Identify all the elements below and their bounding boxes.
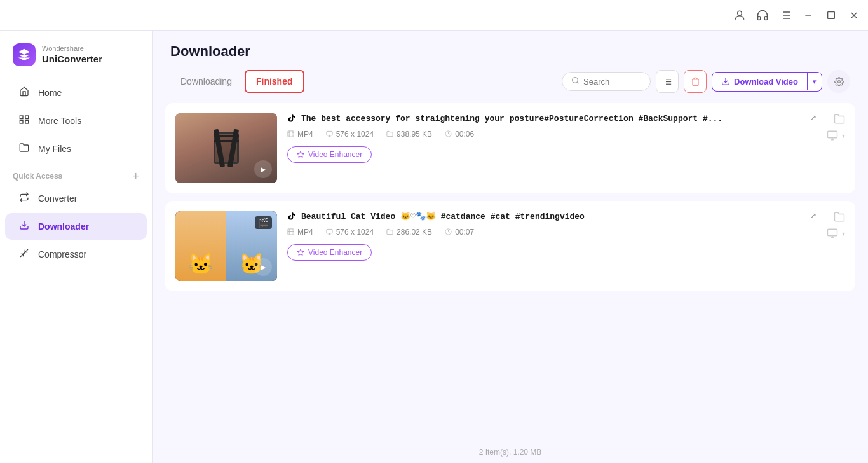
meta-duration-2: 00:07: [445, 228, 474, 237]
svg-rect-41: [828, 131, 837, 138]
video-thumbnail-2: 🐱 🐱 🎬 ▶: [175, 211, 277, 281]
meta-resolution-2: 576 x 1024: [326, 228, 374, 237]
list-icon[interactable]: [779, 9, 792, 22]
sidebar-item-compressor[interactable]: Compressor: [5, 241, 147, 268]
open-folder-button-1[interactable]: [834, 113, 845, 125]
play-icon-1[interactable]: ▶: [254, 160, 272, 178]
page-title: Downloader: [170, 43, 850, 60]
search-box[interactable]: [562, 72, 651, 91]
tab-downloading[interactable]: Downloading: [170, 71, 242, 92]
title-bar: [0, 0, 868, 31]
main-content: Downloader Downloading Finished: [153, 31, 868, 463]
download-video-button[interactable]: Download Video ▾: [712, 72, 822, 92]
svg-point-27: [837, 80, 840, 83]
headset-icon[interactable]: [756, 9, 769, 22]
settings-button[interactable]: [827, 70, 850, 93]
sidebar-item-downloader[interactable]: Downloader: [5, 213, 147, 240]
resolution-value-1: 576 x 1024: [336, 130, 374, 139]
status-text: 2 Item(s), 1.20 MB: [479, 448, 542, 457]
svg-rect-36: [327, 131, 332, 135]
svg-rect-13: [20, 120, 23, 123]
card-actions-2: ▾: [827, 211, 845, 239]
resolution-value-2: 576 x 1024: [336, 228, 374, 237]
resolution-icon-2: [326, 228, 333, 237]
format-value-2: MP4: [297, 228, 313, 237]
sidebar-item-more-tools[interactable]: More Tools: [5, 107, 147, 134]
resolution-icon-1: [326, 130, 333, 139]
clock-icon-2: [445, 228, 452, 237]
sidebar-item-converter[interactable]: Converter: [5, 185, 147, 212]
quick-access-header: Quick Access +: [0, 165, 152, 184]
svg-point-0: [738, 11, 742, 15]
meta-size-2: 286.02 KB: [386, 228, 432, 237]
size-value-1: 938.95 KB: [397, 130, 432, 139]
account-icon[interactable]: [733, 9, 746, 22]
sidebar-item-home-label: Home: [38, 88, 62, 98]
brand-name: Wondershare: [42, 45, 102, 53]
quick-access-label: Quick Access: [13, 172, 62, 181]
more-actions-button-2[interactable]: ▾: [827, 228, 845, 239]
maximize-button[interactable]: [825, 9, 837, 22]
sidebar-item-more-tools-label: More Tools: [38, 116, 81, 126]
download-video-dropdown[interactable]: ▾: [807, 73, 822, 90]
video-enhancer-button-1[interactable]: Video Enhancer: [287, 146, 372, 163]
play-icon-2[interactable]: ▶: [254, 258, 272, 276]
downloader-icon: [18, 220, 31, 233]
video-list: ▶ The best accessory for straightening y…: [153, 103, 868, 441]
minimize-button[interactable]: [802, 9, 815, 22]
download-video-label: Download Video: [734, 77, 798, 86]
svg-rect-11: [20, 116, 23, 119]
quick-access-add-button[interactable]: +: [132, 170, 139, 182]
video-info-1: The best accessory for straightening you…: [287, 113, 817, 163]
size-value-2: 286.02 KB: [397, 228, 432, 237]
video-title-1: The best accessory for straightening you…: [301, 113, 805, 125]
external-link-1[interactable]: ↗: [810, 113, 817, 122]
sidebar-item-my-files[interactable]: My Files: [5, 135, 147, 162]
video-card-1: ▶ The best accessory for straightening y…: [165, 103, 855, 193]
tab-finished[interactable]: Finished: [245, 70, 304, 93]
svg-rect-12: [25, 116, 29, 119]
video-title-2: Beautiful Cat Video 🐱♡🐾🐱 #catdance #cat …: [301, 211, 805, 223]
search-icon: [571, 76, 580, 86]
sidebar-item-converter-label: Converter: [38, 193, 77, 204]
more-actions-button-1[interactable]: ▾: [827, 130, 845, 141]
folder-icon-1: [386, 130, 393, 139]
list-view-button[interactable]: [656, 70, 679, 93]
format-value-1: MP4: [297, 130, 313, 139]
meta-format-1: MP4: [287, 130, 313, 139]
folder-icon-2: [386, 228, 393, 237]
film-icon-2: [287, 228, 294, 237]
delete-button[interactable]: [684, 70, 707, 93]
clock-icon-1: [445, 130, 452, 139]
sidebar-item-home[interactable]: Home: [5, 79, 147, 106]
svg-rect-8: [828, 11, 835, 18]
app-name: UniConverter: [42, 53, 102, 65]
video-enhancer-button-2[interactable]: Video Enhancer: [287, 244, 372, 261]
svg-line-17: [20, 252, 25, 257]
logo-area: Wondershare UniConverter: [0, 38, 152, 79]
close-button[interactable]: [848, 9, 860, 22]
svg-marker-52: [297, 249, 304, 256]
search-input[interactable]: [583, 77, 634, 86]
page-header: Downloader: [153, 31, 868, 70]
more-tools-icon: [18, 114, 31, 127]
tab-bar: Downloading Finished: [153, 70, 868, 93]
video-card-2: 🐱 🐱 🎬 ▶ Beautiful Cat Video 🐱: [165, 201, 855, 291]
svg-line-19: [577, 82, 578, 83]
my-files-icon: [18, 142, 31, 155]
open-folder-button-2[interactable]: [834, 211, 845, 223]
home-icon: [18, 86, 31, 99]
window-controls: [733, 9, 860, 22]
external-link-2[interactable]: ↗: [810, 211, 817, 220]
sidebar-item-compressor-label: Compressor: [38, 249, 86, 259]
app-logo: [13, 43, 36, 66]
compressor-icon: [18, 248, 31, 261]
film-icon-1: [287, 130, 294, 139]
meta-format-2: MP4: [287, 228, 313, 237]
tiktok-icon-1: [287, 114, 296, 125]
meta-resolution-1: 576 x 1024: [326, 130, 374, 139]
video-info-2: Beautiful Cat Video 🐱♡🐾🐱 #catdance #cat …: [287, 211, 817, 261]
svg-rect-53: [828, 229, 837, 236]
svg-point-18: [573, 78, 578, 83]
tiktok-icon-2: [287, 212, 296, 223]
